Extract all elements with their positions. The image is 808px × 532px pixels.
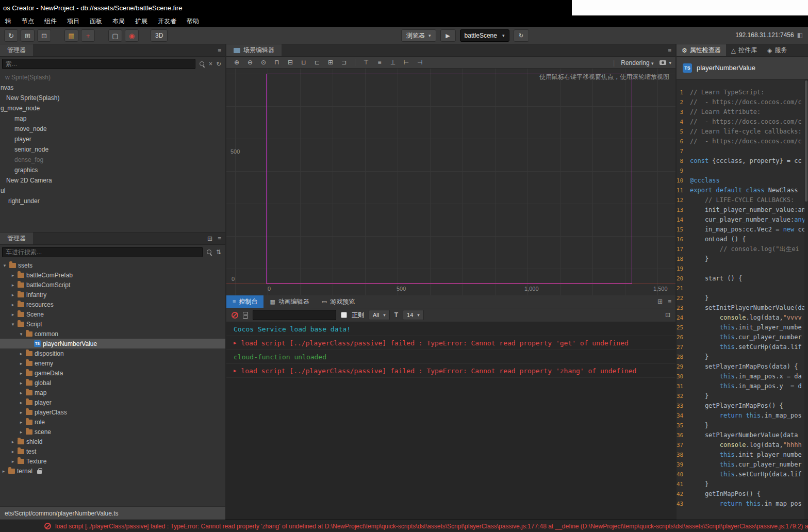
distribute-bottom-button[interactable]: ⊥ (387, 58, 399, 68)
align-middle-button[interactable]: ⊟ (284, 58, 296, 68)
distribute-middle-button[interactable]: ≡ (373, 58, 386, 68)
open-log-file-icon[interactable] (243, 312, 248, 319)
align-right-button[interactable]: ⊐ (338, 58, 350, 68)
hierarchy-node[interactable]: dense_fog (0, 155, 225, 165)
asset-item[interactable]: ▾Script (0, 319, 225, 329)
play-button[interactable]: ▶ (440, 29, 456, 42)
asset-item[interactable]: ▸ternal (0, 466, 225, 476)
sync-button[interactable]: ↻ (4, 29, 18, 42)
console-search-input[interactable] (253, 310, 336, 320)
hierarchy-search-input[interactable] (2, 59, 195, 69)
menu-item-5[interactable]: 布局 (107, 15, 130, 27)
panel-menu-icon[interactable]: ≡ (218, 235, 221, 242)
panel-menu-icon[interactable]: ≡ (668, 47, 671, 54)
scene-canvas[interactable]: 使用鼠标右键平移视窗焦点，使用滚轮缩放视图 05001,0001,500 500… (226, 69, 675, 295)
sort-icon[interactable]: ⇅ (216, 248, 221, 256)
align-left-button[interactable]: ⊏ (311, 58, 323, 68)
hierarchy-node[interactable]: graphics (0, 165, 225, 175)
font-size-select[interactable]: 14 ▾ (403, 310, 424, 320)
log-filter-select[interactable]: All ▾ (369, 310, 390, 320)
search-icon[interactable] (206, 249, 212, 255)
hierarchy-node[interactable]: map (0, 113, 225, 124)
asset-item[interactable]: ▸scene (0, 427, 225, 437)
asset-item[interactable]: ▸resources (0, 300, 225, 309)
menu-item-2[interactable]: 组件 (39, 15, 62, 27)
tab-property-inspector[interactable]: ⚙属性检查器 (677, 44, 726, 56)
add-node-button[interactable]: + (81, 29, 95, 42)
asset-item[interactable]: ▸battleComScript (0, 280, 225, 290)
hierarchy-node[interactable]: New 2D Camera (0, 175, 225, 186)
asset-item[interactable]: ▸role (0, 417, 225, 427)
hierarchy-node[interactable]: right_under (0, 196, 225, 206)
open-panel-button[interactable]: ▢ (108, 29, 122, 42)
distribute-left-button[interactable]: ⊢ (400, 58, 413, 68)
clear-search-icon[interactable]: × (209, 60, 212, 68)
zoom-in-button[interactable]: ⊕ (230, 58, 243, 68)
menu-item-4[interactable]: 面板 (85, 15, 107, 27)
tab-scene-editor[interactable]: 场景编辑器 (226, 44, 282, 56)
hierarchy-node[interactable]: New Sprite(Splash) (0, 93, 225, 103)
hierarchy-node[interactable]: w Sprite(Splash) (0, 72, 225, 82)
panel-menu-icon[interactable]: ≡ (668, 298, 671, 305)
tab-console[interactable]: ≡控制台 (226, 295, 263, 308)
expand-arrow-icon[interactable]: ▶ (234, 368, 236, 373)
refresh-button[interactable]: ↻ (514, 29, 529, 42)
search-icon[interactable] (199, 61, 205, 67)
menu-item-6[interactable]: 扩展 (130, 15, 153, 27)
menu-item-0[interactable]: 辑 (0, 15, 17, 27)
regex-checkbox[interactable] (341, 312, 347, 318)
scene-select[interactable]: battleScene ▾ (460, 29, 509, 42)
asset-item[interactable]: ▸Scene (0, 309, 225, 319)
asset-item[interactable]: ▾ssets (0, 260, 225, 270)
asset-item[interactable]: ▸shield (0, 437, 225, 446)
console-message[interactable]: Cocos Service load base data! (226, 322, 675, 336)
zoom-reset-button[interactable]: ⊙ (257, 58, 270, 68)
asset-item[interactable]: ▸battleComPrefab (0, 270, 225, 280)
tab-game-preview[interactable]: ▭游戏预览 (316, 295, 361, 308)
rect-tool-button[interactable]: ⊡ (37, 29, 51, 42)
asset-item[interactable]: ▸gameData (0, 368, 225, 378)
asset-item[interactable]: ▾common (0, 329, 225, 339)
panel-menu-icon[interactable]: ≡ (218, 47, 221, 54)
scrollbar-thumb[interactable] (805, 80, 807, 202)
expand-arrow-icon[interactable]: ▶ (234, 340, 236, 345)
align-bottom-button[interactable]: ⊔ (298, 58, 310, 68)
menu-item-1[interactable]: 节点 (17, 15, 39, 27)
align-center-button[interactable]: ⊞ (324, 58, 337, 68)
asset-item[interactable]: TSplayerNumberValue (0, 339, 225, 348)
asset-item[interactable]: ▸playerClass (0, 407, 225, 417)
asset-item[interactable]: ▸global (0, 378, 225, 388)
record-button[interactable]: ◉ (125, 29, 139, 42)
tab-hierarchy[interactable]: 管理器 (0, 44, 33, 56)
tab-animation-editor[interactable]: ▦动画编辑器 (263, 295, 315, 308)
asset-item[interactable]: ▸player (0, 397, 225, 407)
hierarchy-node[interactable]: move_node (0, 124, 225, 134)
asset-item[interactable]: ▸test (0, 446, 225, 456)
hierarchy-node[interactable]: nvas (0, 82, 225, 93)
assets-search-input[interactable] (2, 247, 203, 257)
refresh-tree-icon[interactable]: ↻ (216, 60, 221, 68)
align-top-button[interactable]: ⊓ (271, 58, 283, 68)
console-message[interactable]: ▶load script [../playerClass/passive] fa… (226, 364, 675, 378)
console-message[interactable]: ▶load script [../playerClass/passive] fa… (226, 336, 675, 350)
move-tool-button[interactable]: ⊞ (21, 29, 35, 42)
clear-console-button[interactable] (232, 312, 238, 319)
menu-item-8[interactable]: 帮助 (182, 15, 204, 27)
detach-panel-icon[interactable]: ⊞ (657, 298, 663, 305)
camera-select[interactable]: ▾ (659, 60, 671, 65)
code-scrollbar[interactable] (804, 79, 808, 520)
3d-mode-button[interactable]: 3D (151, 29, 168, 42)
distribute-top-button[interactable]: ⊤ (360, 58, 372, 68)
tab-assets[interactable]: 管理器 (0, 232, 33, 244)
detach-console-icon[interactable]: ⊡ (665, 311, 670, 319)
rendering-select[interactable]: Rendering ▾ (621, 59, 653, 66)
asset-item[interactable]: ▸Texture (0, 456, 225, 466)
console-message[interactable]: cloud-function unloaded (226, 350, 675, 364)
tab-widget-library[interactable]: △控件库 (726, 44, 762, 56)
distribute-right-button[interactable]: ⊣ (414, 58, 426, 68)
asset-item[interactable]: ▸map (0, 388, 225, 397)
zoom-out-button[interactable]: ⊖ (244, 58, 256, 68)
asset-item[interactable]: ▸disposition (0, 348, 225, 358)
hierarchy-node[interactable]: senior_node (0, 144, 225, 155)
menu-item-3[interactable]: 项目 (62, 15, 85, 27)
